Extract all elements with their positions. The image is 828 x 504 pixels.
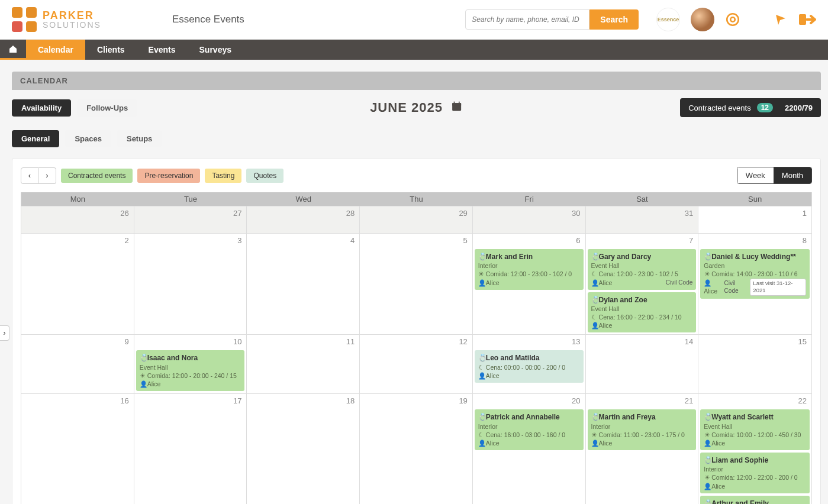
event-location: Interior — [591, 422, 693, 431]
sun-icon: ☀ — [704, 431, 710, 439]
nav-home[interactable] — [0, 40, 26, 60]
event-card[interactable]: 💍Dylan and Zoe Event Hall ☾Cena: 16:00 -… — [588, 292, 697, 333]
day-cell[interactable]: 20 💍Patrick and Annabelle Interior ☾Cena… — [473, 393, 586, 504]
event-card[interactable]: 💍Wyatt and Scarlett Event Hall ☀Comida: … — [700, 409, 810, 450]
day-cell[interactable]: 3 — [134, 233, 247, 334]
event-meal: Comida: 10:00 - 12:00 - 450 / 30 — [711, 431, 801, 438]
logout-icon[interactable] — [798, 12, 816, 27]
subtab-general[interactable]: General — [12, 130, 59, 147]
weekday-wed: Wed — [247, 192, 360, 206]
subtab-setups[interactable]: Setups — [117, 130, 162, 147]
day-cell[interactable]: 12 — [360, 334, 473, 393]
month-label: JUNE 2025 — [370, 100, 443, 115]
weekday-tue: Tue — [134, 192, 247, 206]
day-num: 20 — [572, 396, 580, 405]
legend-pre-reservation[interactable]: Pre-reservation — [137, 169, 200, 183]
day-cell[interactable]: 16 — [21, 393, 134, 504]
day-cell[interactable]: 31 — [586, 206, 699, 233]
calendar-icon[interactable] — [451, 101, 463, 115]
weekday-fri: Fri — [473, 192, 586, 206]
day-cell[interactable]: 5 — [360, 233, 473, 334]
day-cell[interactable]: 15 — [698, 334, 811, 393]
day-num: 11 — [346, 337, 355, 346]
day-cell[interactable]: 29 — [360, 206, 473, 233]
day-cell[interactable]: 9 — [21, 334, 134, 393]
event-card[interactable]: 💍Gary and Darcy Event Hall ☾Cena: 12:00 … — [588, 249, 697, 290]
gear-icon[interactable] — [725, 12, 740, 27]
notifications-icon[interactable] — [774, 12, 788, 27]
expand-side-tab[interactable]: › — [0, 325, 9, 341]
event-person: Alice — [599, 322, 613, 329]
tab-followups[interactable]: Follow-Ups — [77, 99, 137, 117]
day-cell[interactable]: 14 — [586, 334, 699, 393]
day-cell[interactable]: 10 💍Isaac and Nora Event Hall ☀Comida: 1… — [134, 334, 247, 393]
event-meal: Comida: 12:00 - 23:00 - 102 / 0 — [486, 270, 572, 277]
day-num: 3 — [237, 236, 241, 245]
nav-clients[interactable]: Clients — [85, 40, 137, 60]
view-week[interactable]: Week — [737, 167, 774, 183]
legend-quotes[interactable]: Quotes — [246, 169, 283, 183]
calendar-row: 9 10 💍Isaac and Nora Event Hall ☀Comida:… — [21, 334, 811, 393]
event-person: Alice — [486, 440, 500, 447]
event-card[interactable]: 💍Liam and Sophie Interior ☀Comida: 12:00… — [700, 453, 810, 493]
event-meal: Cena: 16:00 - 03:00 - 160 / 0 — [486, 431, 565, 438]
subtab-spaces[interactable]: Spaces — [65, 130, 111, 147]
contracted-count: 12 — [757, 103, 773, 112]
day-cell[interactable]: 1 — [698, 206, 811, 233]
person-icon: 👤 — [591, 439, 598, 447]
section-title: CALENDAR — [12, 72, 821, 90]
day-cell[interactable]: 11 — [247, 334, 360, 393]
day-cell[interactable]: 18 — [247, 393, 360, 504]
search-button[interactable]: Search — [589, 9, 639, 30]
user-avatar[interactable] — [691, 8, 714, 31]
event-meal: Comida: 12:00 - 22:00 - 200 / 0 — [711, 474, 797, 481]
person-icon: 👤 — [704, 279, 710, 287]
nav-surveys[interactable]: Surveys — [188, 40, 243, 60]
day-cell[interactable]: 6 💍Mark and Erin Interior ☀Comida: 12:00… — [473, 233, 586, 334]
event-card[interactable]: 💍Arthur and Emily Interior — [700, 496, 810, 504]
day-num: 9 — [124, 337, 128, 346]
view-month[interactable]: Month — [774, 167, 811, 183]
nav-events[interactable]: Events — [137, 40, 188, 60]
day-cell[interactable]: 4 — [247, 233, 360, 334]
day-cell[interactable]: 8 💍Daniel & Lucy Wedding** Garden ☀Comid… — [698, 233, 811, 334]
day-cell[interactable]: 7 💍Gary and Darcy Event Hall ☾Cena: 12:0… — [586, 233, 699, 334]
svg-point-1 — [730, 17, 735, 22]
day-cell[interactable]: 17 — [134, 393, 247, 504]
nav-calendar[interactable]: Calendar — [26, 40, 85, 60]
month-title: JUNE 2025 — [370, 100, 463, 115]
person-icon: 👤 — [591, 321, 598, 329]
event-card[interactable]: 💍Mark and Erin Interior ☀Comida: 12:00 -… — [475, 249, 584, 290]
event-person: Alice — [599, 279, 613, 286]
event-card[interactable]: 💍Daniel & Lucy Wedding** Garden ☀Comida:… — [700, 249, 810, 299]
search-input[interactable] — [465, 9, 589, 30]
brand-logo[interactable]: PARKER SOLUTIONS — [12, 7, 101, 32]
event-meal: Cena: 16:00 - 22:00 - 234 / 10 — [599, 314, 682, 321]
next-month-button[interactable]: › — [38, 167, 56, 184]
event-card[interactable]: 💍Leo and Matilda ☾Cena: 00:00 - 00:00 - … — [475, 350, 584, 383]
tenant-title: Essence Events — [172, 14, 244, 25]
event-title: Wyatt and Scarlett — [711, 413, 773, 421]
main-nav: Calendar Clients Events Surveys — [0, 40, 828, 60]
company-badge[interactable]: Essence — [656, 8, 680, 31]
legend-tasting[interactable]: Tasting — [205, 169, 241, 183]
event-meal: Cena: 00:00 - 00:00 - 200 / 0 — [486, 364, 565, 371]
sun-icon: ☀ — [140, 371, 146, 380]
event-card[interactable]: 💍Isaac and Nora Event Hall ☀Comida: 12:0… — [136, 350, 245, 391]
day-cell[interactable]: 22 💍Wyatt and Scarlett Event Hall ☀Comid… — [698, 393, 811, 504]
day-cell[interactable]: 13 💍Leo and Matilda ☾Cena: 00:00 - 00:00… — [473, 334, 586, 393]
day-cell[interactable]: 27 — [134, 206, 247, 233]
search-group: Search — [465, 9, 639, 30]
day-cell[interactable]: 26 — [21, 206, 134, 233]
event-card[interactable]: 💍Martin and Freya Interior ☀Comida: 11:0… — [588, 409, 697, 450]
day-cell[interactable]: 2 — [21, 233, 134, 334]
tab-availability[interactable]: Availability — [12, 99, 71, 117]
day-cell[interactable]: 21 💍Martin and Freya Interior ☀Comida: 1… — [586, 393, 699, 504]
day-cell[interactable]: 30 — [473, 206, 586, 233]
prev-month-button[interactable]: ‹ — [21, 167, 38, 184]
day-cell[interactable]: 28 — [247, 206, 360, 233]
day-cell[interactable]: 19 — [360, 393, 473, 504]
event-card[interactable]: 💍Patrick and Annabelle Interior ☾Cena: 1… — [475, 409, 584, 450]
event-location: Event Hall — [591, 261, 693, 270]
legend-contracted[interactable]: Contracted events — [61, 169, 133, 183]
